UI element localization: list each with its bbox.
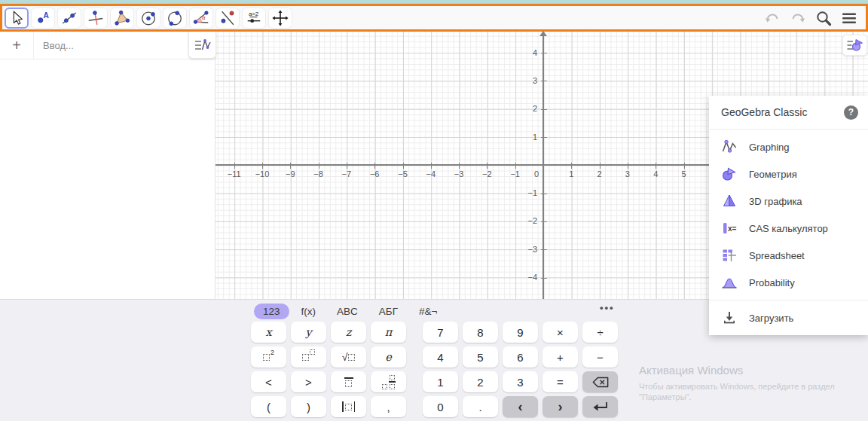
- tool-angle-button[interactable]: α: [189, 8, 213, 29]
- x-axis-tick: [571, 163, 572, 169]
- menu-item-graphing3d[interactable]: 3D графика: [709, 188, 868, 215]
- key-.[interactable]: .: [463, 396, 498, 417]
- x-axis-tick: [262, 163, 263, 169]
- key-1[interactable]: 1: [423, 371, 458, 392]
- menu-footer: Загрузить: [709, 300, 868, 335]
- y-axis-tick: [541, 81, 547, 81]
- graphics-style-icon: [845, 36, 864, 54]
- enter-key[interactable]: [582, 396, 618, 417]
- tool-slider-button[interactable]: a=2: [242, 8, 266, 29]
- menu-item-label: 3D графика: [749, 196, 802, 207]
- keyboard-tab-f(x)[interactable]: f(x): [292, 304, 326, 319]
- tool-move-button[interactable]: [5, 8, 29, 29]
- fraction-key[interactable]: [331, 371, 366, 392]
- key-z[interactable]: z: [331, 322, 366, 343]
- point-tool-icon: A: [34, 9, 52, 27]
- x-axis-tick-label: −6: [363, 169, 386, 178]
- left-key[interactable]: ‹: [503, 396, 538, 417]
- perpendicular-tool-icon: [87, 9, 105, 27]
- power-key[interactable]: [291, 346, 326, 368]
- key->[interactable]: >: [291, 371, 326, 392]
- key-0[interactable]: 0: [423, 396, 458, 417]
- key-,[interactable]: ,: [371, 396, 406, 417]
- tool-circle-button[interactable]: [136, 8, 160, 29]
- key-<[interactable]: <: [251, 371, 286, 392]
- tool-perpendicular-button[interactable]: [84, 8, 108, 29]
- abs-key[interactable]: [331, 396, 366, 417]
- x-axis-tick-label: 3: [616, 169, 639, 178]
- translate-tool-icon: [271, 9, 289, 27]
- key-x[interactable]: x: [251, 322, 286, 343]
- key-4[interactable]: 4: [423, 346, 458, 368]
- mixed-key[interactable]: [371, 371, 406, 392]
- key-π[interactable]: π: [371, 322, 406, 343]
- keyboard-more-button[interactable]: •••: [595, 301, 619, 314]
- graphics-style-button[interactable]: [842, 35, 867, 56]
- key-e[interactable]: e: [371, 346, 406, 368]
- menu-item-label: Probability: [749, 277, 795, 288]
- tool-line-button[interactable]: [57, 8, 81, 29]
- add-input-button[interactable]: +: [0, 32, 33, 59]
- key-7[interactable]: 7: [423, 322, 458, 343]
- key-×[interactable]: ×: [542, 322, 578, 343]
- search-button[interactable]: [815, 9, 833, 27]
- svg-text:α: α: [201, 14, 206, 21]
- y-axis-tick-label: 3: [516, 76, 537, 85]
- redo-button[interactable]: [789, 9, 807, 27]
- polygon-tool-icon: [113, 9, 131, 27]
- key-8[interactable]: 8: [463, 322, 498, 343]
- key-6[interactable]: 6: [503, 346, 538, 368]
- tool-reflect-button[interactable]: [215, 8, 240, 29]
- menu-item-cas[interactable]: x=CAS калькулятор: [709, 215, 868, 242]
- keyboard-tab-#&¬[interactable]: #&¬: [410, 304, 446, 319]
- keyboard-row-1: xyzπ789×÷: [251, 322, 618, 343]
- circle-tool-icon: [139, 9, 157, 27]
- menu-item-label: Загрузить: [749, 313, 793, 324]
- menu-button[interactable]: [840, 9, 858, 27]
- spreadsheet-icon: [721, 247, 738, 264]
- key-9[interactable]: 9: [503, 322, 538, 343]
- key-+[interactable]: +: [542, 346, 578, 368]
- x-axis-tick-label: 2: [588, 169, 611, 178]
- x-axis-tick: [600, 163, 601, 169]
- key-y[interactable]: y: [291, 322, 326, 343]
- x-axis-tick-label: 4: [644, 169, 667, 178]
- x-axis-tick: [319, 163, 319, 169]
- sqrt-key[interactable]: √: [331, 346, 366, 368]
- menu-item-graphing[interactable]: Graphing: [709, 133, 868, 160]
- x-axis-tick-label: −4: [420, 169, 442, 178]
- key-([interactable]: (: [251, 396, 286, 417]
- undo-button[interactable]: [763, 9, 781, 27]
- tool-polygon-button[interactable]: [110, 8, 134, 29]
- menu-item-spreadsheet[interactable]: Spreadsheet: [709, 242, 868, 269]
- tool-compass-button[interactable]: [163, 8, 187, 29]
- cas-icon: x=: [721, 220, 738, 236]
- tool-point-button[interactable]: A: [31, 8, 55, 29]
- key-)[interactable]: ): [291, 396, 326, 417]
- key-−[interactable]: −: [582, 346, 618, 368]
- menu-item-geometry[interactable]: Геометрия: [709, 160, 868, 188]
- algebra-input[interactable]: [33, 32, 215, 59]
- key-=[interactable]: =: [542, 371, 578, 392]
- key-5[interactable]: 5: [463, 346, 498, 368]
- square-key[interactable]: 2: [251, 346, 286, 368]
- right-key[interactable]: ›: [542, 396, 578, 417]
- key-÷[interactable]: ÷: [582, 322, 618, 343]
- algebra-input-row: +: [0, 32, 215, 59]
- key-3[interactable]: 3: [503, 371, 538, 392]
- menu-item-download[interactable]: Загрузить: [709, 304, 868, 331]
- tool-translate-button[interactable]: [268, 8, 292, 29]
- undo-icon: [763, 9, 781, 27]
- keyboard-tab-123[interactable]: 123: [254, 304, 289, 319]
- x-axis-tick-label: −3: [448, 169, 470, 178]
- key-2[interactable]: 2: [463, 371, 498, 392]
- keyboard-tab-АБГ[interactable]: АБГ: [370, 304, 407, 319]
- algebra-style-button[interactable]: [188, 32, 216, 59]
- redo-icon: [789, 9, 807, 27]
- backspace-key[interactable]: [582, 371, 618, 392]
- menu-item-probability[interactable]: Probability: [709, 269, 868, 296]
- menu-items: GraphingГеометрия3D графикаx=CAS калькул…: [709, 130, 868, 300]
- help-button[interactable]: ?: [844, 105, 858, 120]
- x-axis-tick: [234, 163, 235, 169]
- keyboard-tab-ABC[interactable]: ABC: [328, 304, 367, 319]
